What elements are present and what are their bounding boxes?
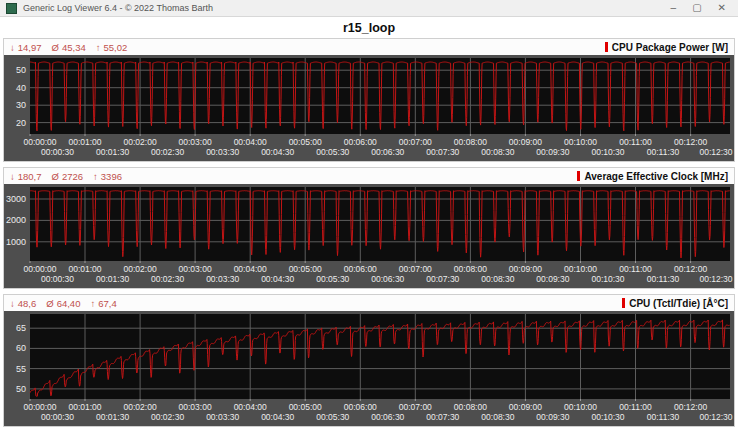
panel-header-cpu-temperature: ↓ 48,6 Ø 64,40 ↑ 67,4 CPU (Tctl/Tdie) [Å…: [4, 295, 734, 311]
svg-text:00:01:00: 00:01:00: [68, 137, 101, 147]
stat-min: 180,7: [18, 171, 42, 182]
series-legend-icon: [605, 42, 608, 52]
svg-text:00:06:30: 00:06:30: [371, 412, 404, 422]
series-title-label: CPU (Tctl/Tdie) [Å°C]: [629, 298, 728, 309]
svg-text:00:11:30: 00:11:30: [647, 274, 680, 284]
svg-text:00:11:00: 00:11:00: [619, 137, 652, 147]
svg-text:00:01:00: 00:01:00: [68, 402, 101, 412]
svg-text:00:00:30: 00:00:30: [41, 274, 74, 284]
svg-text:00:00:30: 00:00:30: [41, 147, 74, 157]
svg-text:60: 60: [16, 343, 26, 353]
svg-text:00:09:30: 00:09:30: [536, 412, 569, 422]
svg-text:00:09:00: 00:09:00: [509, 264, 542, 274]
svg-text:00:04:30: 00:04:30: [261, 274, 294, 284]
svg-text:00:05:30: 00:05:30: [316, 412, 349, 422]
svg-text:00:08:30: 00:08:30: [481, 412, 514, 422]
svg-text:00:02:00: 00:02:00: [124, 137, 157, 147]
svg-text:00:07:30: 00:07:30: [426, 147, 459, 157]
min-arrow-icon: ↓: [10, 171, 15, 182]
svg-text:00:06:30: 00:06:30: [371, 147, 404, 157]
svg-text:00:03:30: 00:03:30: [206, 274, 239, 284]
svg-text:00:01:30: 00:01:30: [96, 147, 129, 157]
svg-text:00:04:00: 00:04:00: [234, 402, 267, 412]
max-arrow-icon: ↑: [96, 42, 101, 53]
stat-max: 55,02: [103, 42, 127, 53]
svg-text:00:03:00: 00:03:00: [179, 137, 212, 147]
svg-text:30: 30: [16, 100, 26, 110]
avg-icon: Ø: [52, 171, 59, 182]
svg-text:00:03:00: 00:03:00: [179, 402, 212, 412]
svg-text:50: 50: [16, 384, 26, 394]
svg-text:00:08:30: 00:08:30: [481, 274, 514, 284]
svg-text:2000: 2000: [6, 215, 26, 225]
svg-text:00:04:30: 00:04:30: [261, 412, 294, 422]
svg-text:00:10:30: 00:10:30: [591, 412, 624, 422]
avg-icon: Ø: [52, 42, 59, 53]
svg-text:00:02:00: 00:02:00: [124, 264, 157, 274]
series-title: CPU (Tctl/Tdie) [Å°C]: [622, 298, 728, 309]
svg-text:00:01:00: 00:01:00: [68, 264, 101, 274]
min-arrow-icon: ↓: [10, 42, 15, 53]
svg-text:00:12:00: 00:12:00: [674, 402, 707, 412]
svg-text:1000: 1000: [6, 237, 26, 247]
chart-panel-effective-clock: ↓ 180,7 Ø 2726 ↑ 3396 Average Effective …: [3, 167, 735, 289]
series-title: Average Effective Clock [MHz]: [577, 171, 728, 182]
min-arrow-icon: ↓: [10, 298, 15, 309]
svg-text:00:11:00: 00:11:00: [619, 402, 652, 412]
window-titlebar[interactable]: Generic Log Viewer 6.4 - © 2022 Thomas B…: [0, 0, 738, 17]
svg-text:00:09:00: 00:09:00: [509, 402, 542, 412]
minimize-button[interactable]: –: [671, 3, 677, 13]
svg-text:00:07:00: 00:07:00: [399, 402, 432, 412]
cpu-temperature-chart[interactable]: 5055606500:00:0000:01:0000:02:0000:03:00…: [4, 311, 734, 426]
series-title-label: CPU Package Power [W]: [612, 42, 728, 53]
avg-icon: Ø: [46, 298, 53, 309]
stat-max: 3396: [101, 171, 122, 182]
panel-header-effective-clock: ↓ 180,7 Ø 2726 ↑ 3396 Average Effective …: [4, 168, 734, 184]
svg-text:00:06:00: 00:06:00: [344, 137, 377, 147]
svg-text:00:05:00: 00:05:00: [289, 264, 322, 274]
maximize-button[interactable]: ▢: [692, 3, 701, 13]
svg-text:00:07:30: 00:07:30: [426, 274, 459, 284]
cpu-package-power-chart[interactable]: 2030405000:00:0000:01:0000:02:0000:03:00…: [4, 55, 734, 161]
series-stats: ↓ 180,7 Ø 2726 ↑ 3396: [10, 171, 132, 182]
svg-text:00:05:00: 00:05:00: [289, 402, 322, 412]
svg-text:00:05:00: 00:05:00: [289, 137, 322, 147]
svg-text:00:02:30: 00:02:30: [151, 274, 184, 284]
effective-clock-chart[interactable]: 10002000300000:00:0000:01:0000:02:0000:0…: [4, 184, 734, 288]
svg-text:50: 50: [16, 65, 26, 75]
svg-text:65: 65: [16, 323, 26, 333]
svg-text:00:12:30: 00:12:30: [699, 412, 732, 422]
svg-text:00:04:00: 00:04:00: [234, 264, 267, 274]
close-button[interactable]: ✕: [718, 3, 726, 13]
svg-text:00:03:30: 00:03:30: [206, 412, 239, 422]
svg-text:00:08:30: 00:08:30: [481, 147, 514, 157]
chart-panel-cpu-package-power: ↓ 14,97 Ø 45,34 ↑ 55,02 CPU Package Powe…: [3, 38, 735, 162]
series-stats: ↓ 48,6 Ø 64,40 ↑ 67,4: [10, 298, 127, 309]
svg-text:00:10:00: 00:10:00: [564, 264, 597, 274]
max-arrow-icon: ↑: [93, 171, 98, 182]
svg-text:00:08:00: 00:08:00: [454, 137, 487, 147]
svg-text:00:09:30: 00:09:30: [536, 147, 569, 157]
svg-text:00:03:00: 00:03:00: [179, 264, 212, 274]
svg-text:00:08:00: 00:08:00: [454, 402, 487, 412]
svg-text:00:00:30: 00:00:30: [41, 412, 74, 422]
series-stats: ↓ 14,97 Ø 45,34 ↑ 55,02: [10, 42, 137, 53]
svg-text:00:12:30: 00:12:30: [699, 274, 732, 284]
svg-text:00:02:30: 00:02:30: [151, 147, 184, 157]
svg-text:00:07:00: 00:07:00: [399, 137, 432, 147]
svg-text:00:07:30: 00:07:30: [426, 412, 459, 422]
svg-text:00:06:00: 00:06:00: [344, 402, 377, 412]
svg-text:00:04:00: 00:04:00: [234, 137, 267, 147]
svg-text:00:08:00: 00:08:00: [454, 264, 487, 274]
svg-text:00:12:00: 00:12:00: [674, 264, 707, 274]
log-file-title: r15_loop: [0, 17, 738, 38]
svg-text:00:00:00: 00:00:00: [23, 137, 56, 147]
series-title-label: Average Effective Clock [MHz]: [584, 171, 728, 182]
svg-text:00:09:30: 00:09:30: [536, 274, 569, 284]
svg-text:00:02:00: 00:02:00: [124, 402, 157, 412]
app-icon: [6, 3, 17, 14]
svg-text:00:10:30: 00:10:30: [591, 274, 624, 284]
svg-text:40: 40: [16, 83, 26, 93]
svg-text:20: 20: [16, 118, 26, 128]
svg-text:00:01:30: 00:01:30: [96, 412, 129, 422]
